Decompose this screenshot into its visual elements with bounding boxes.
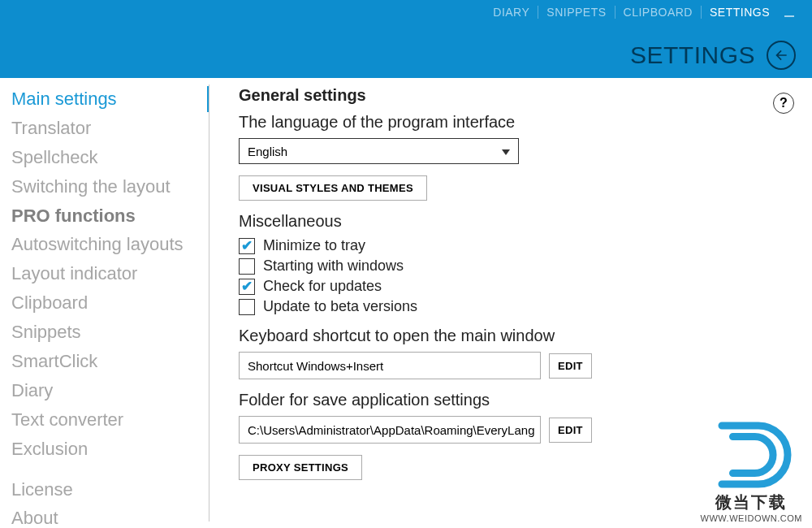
help-button[interactable]: ? [773, 93, 794, 114]
checkbox-check-updates[interactable] [239, 279, 255, 295]
shortcut-edit-button[interactable]: EDIT [549, 353, 592, 379]
sidebar-item-diary[interactable]: Diary [6, 376, 209, 405]
arrow-left-icon [773, 47, 789, 63]
page-title: SETTINGS [630, 41, 755, 69]
nav-diary[interactable]: DIARY [485, 6, 538, 19]
top-nav: DIARY SNIPPETS CLIPBOARD SETTINGS [485, 6, 797, 19]
folder-field[interactable]: C:\Users\Administrator\AppData\Roaming\E… [239, 416, 541, 444]
sidebar-item-spellcheck[interactable]: Spellcheck [6, 143, 209, 172]
sidebar-item-translator[interactable]: Translator [6, 114, 209, 143]
sidebar-item-clipboard[interactable]: Clipboard [6, 288, 209, 318]
nav-settings[interactable]: SETTINGS [702, 6, 778, 19]
checkbox-start-windows[interactable] [239, 258, 255, 275]
sidebar-item-main-settings[interactable]: Main settings [6, 84, 209, 114]
label-start-windows: Starting with windows [263, 258, 404, 275]
watermark-text-1: 微当下载 [701, 491, 802, 513]
nav-snippets[interactable]: SNIPPETS [538, 6, 615, 19]
main-panel: ? General settings The language of the p… [209, 78, 812, 528]
minimize-button[interactable] [784, 6, 797, 19]
label-beta: Update to beta versions [263, 298, 417, 315]
chevron-down-icon [502, 149, 510, 155]
sidebar-item-snippets[interactable]: Snippets [6, 318, 209, 347]
sidebar-item-license[interactable]: License [6, 475, 209, 504]
back-button[interactable] [767, 41, 796, 70]
sidebar-item-exclusion[interactable]: Exclusion [6, 435, 209, 464]
nav-clipboard[interactable]: CLIPBOARD [615, 6, 702, 19]
sidebar-item-layout-indicator[interactable]: Layout indicator [6, 259, 209, 288]
sidebar-item-pro-functions[interactable]: PRO functions [6, 201, 209, 231]
folder-label: Folder for save application settings [239, 391, 789, 409]
folder-edit-button[interactable]: EDIT [549, 418, 592, 443]
watermark: 微当下载 WWW.WEIDOWN.COM [701, 418, 802, 523]
app-body: Main settings Translator Spellcheck Swit… [0, 78, 812, 528]
language-select[interactable]: English [239, 138, 519, 164]
visual-styles-button[interactable]: VISUAL STYLES AND THEMES [239, 175, 427, 201]
language-value: English [248, 145, 287, 158]
sidebar-item-about[interactable]: About [6, 504, 209, 528]
label-check-updates: Check for updates [263, 278, 382, 295]
sidebar: Main settings Translator Spellcheck Swit… [0, 78, 209, 528]
watermark-text-2: WWW.WEIDOWN.COM [701, 513, 802, 523]
app-header: DIARY SNIPPETS CLIPBOARD SETTINGS SETTIN… [0, 0, 812, 78]
language-label: The language of the program interface [239, 113, 789, 132]
sidebar-item-smartclick[interactable]: SmartClick [6, 347, 209, 376]
watermark-logo-icon [706, 418, 796, 491]
shortcut-label: Keyboard shortcut to open the main windo… [239, 327, 789, 345]
general-settings-heading: General settings [239, 86, 789, 105]
checkbox-minimize-tray[interactable] [239, 238, 255, 254]
sidebar-item-autoswitching[interactable]: Autoswitching layouts [6, 230, 209, 259]
shortcut-field[interactable]: Shortcut Windows+Insert [239, 352, 541, 379]
proxy-settings-button[interactable]: PROXY SETTINGS [239, 455, 362, 480]
sidebar-item-switching-layout[interactable]: Switching the layout [6, 172, 209, 201]
sidebar-item-text-converter[interactable]: Text converter [6, 405, 209, 435]
checkbox-beta[interactable] [239, 299, 255, 315]
miscellaneous-heading: Miscellaneous [239, 212, 789, 231]
label-minimize-tray: Minimize to tray [263, 237, 365, 254]
